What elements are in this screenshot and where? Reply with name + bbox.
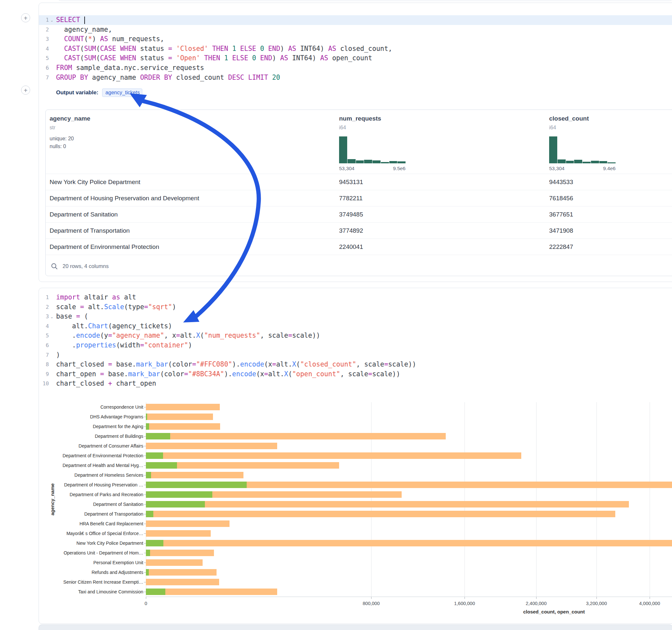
- histogram-bin: [364, 160, 372, 163]
- code-token: ): [188, 341, 192, 349]
- line-number: 1: [41, 293, 49, 302]
- add-cell-button-top[interactable]: +: [21, 13, 30, 22]
- chart-x-axis-line: [146, 597, 672, 597]
- code-text: alt.Chart(agency_tickets): [56, 322, 172, 330]
- cell-num-requests: 3774892: [339, 227, 549, 234]
- table-summary: 20 rows, 4 columns: [63, 263, 109, 269]
- y-axis-tick: [144, 436, 146, 437]
- code-token: [220, 54, 224, 62]
- chart-row: [146, 421, 672, 431]
- code-line[interactable]: 6 .properties(width="container"): [39, 341, 672, 350]
- code-token: INT64): [296, 45, 328, 52]
- code-token: (: [80, 45, 84, 52]
- code-token: (: [96, 54, 100, 62]
- code-line[interactable]: 10chart_closed + chart_open: [39, 379, 672, 389]
- y-axis-category-label: Operations Unit - Department of Hom…: [64, 548, 143, 558]
- code-token: num_requests,: [108, 35, 164, 43]
- code-token: END: [268, 45, 280, 52]
- add-cell-button-middle[interactable]: +: [21, 86, 30, 95]
- line-number: 8: [41, 360, 49, 369]
- code-token: ).: [224, 370, 232, 378]
- code-token: SUM: [84, 45, 96, 52]
- closed-count-bar: [146, 423, 220, 430]
- code-token: =: [144, 303, 148, 311]
- output-variable-chip[interactable]: agency_tickets: [102, 89, 142, 97]
- code-token: [200, 54, 204, 62]
- y-axis-tick: [144, 417, 146, 417]
- code-token: open_count: [328, 54, 372, 62]
- chart-row: [146, 451, 672, 461]
- y-axis-category-label: Mayorâ€ s Office of Special Enforce…: [67, 529, 143, 538]
- fold-caret-icon[interactable]: ⌄: [49, 312, 55, 322]
- x-axis-tick-label: 0: [145, 601, 147, 606]
- code-token: status: [136, 45, 168, 52]
- search-icon[interactable]: [51, 263, 58, 270]
- code-token: ORDER BY: [140, 74, 172, 81]
- code-line[interactable]: 3 COUNT(*) AS num_requests,: [39, 34, 672, 44]
- x-axis-tick: [597, 597, 597, 599]
- code-token: [116, 54, 120, 62]
- chart-row: [146, 548, 672, 558]
- y-axis-category-label: Department of Transportation: [84, 509, 143, 519]
- code-token: CASE: [100, 54, 116, 62]
- column-stat-unique: unique: 20: [50, 136, 74, 142]
- code-token: base.: [104, 370, 128, 378]
- code-line[interactable]: 9chart_open = base.mark_bar(color="#8BC3…: [39, 369, 672, 379]
- code-line[interactable]: 8chart_closed = base.mark_bar(color="#FF…: [39, 360, 672, 369]
- code-text: FROM sample_data.nyc.service_requests: [56, 64, 204, 72]
- python-editor[interactable]: 1import altair as alt2scale = alt.Scale(…: [39, 293, 672, 389]
- histogram-bin: [574, 160, 582, 163]
- code-token: agency_name: [88, 74, 140, 81]
- sql-editor[interactable]: 1⌄SELECT 2 agency_name,3 COUNT(*) AS num…: [39, 15, 672, 82]
- open-count-bar: [146, 462, 177, 468]
- code-line[interactable]: 5 CAST(SUM(CASE WHEN status = 'Open' THE…: [39, 53, 672, 63]
- code-token: FROM: [56, 64, 72, 72]
- table-row: Department of Sanitation37494853677651: [46, 207, 672, 223]
- y-axis-category-label: Senior Citizen Rent Increase Exempti…: [63, 577, 143, 587]
- closed-count-bar: [146, 472, 243, 478]
- chart-row: [146, 441, 672, 451]
- code-token: encode: [232, 370, 256, 378]
- x-axis-tick-label: 800,000: [363, 601, 380, 606]
- code-line[interactable]: 1import altair as alt: [39, 293, 672, 302]
- line-number: 10: [41, 379, 49, 389]
- code-line[interactable]: 2 agency_name,: [39, 25, 672, 35]
- code-line[interactable]: 2scale = alt.Scale(type="sqrt"): [39, 302, 672, 312]
- code-line[interactable]: 5 .encode(y="agency_name", x=alt.X("num_…: [39, 331, 672, 341]
- code-token: (: [80, 54, 84, 62]
- open-count-bar: [146, 453, 163, 459]
- next-cell-collapsed-edge[interactable]: [39, 625, 672, 630]
- chart-row: [146, 412, 672, 421]
- code-token: (y: [100, 332, 108, 339]
- code-token: =: [288, 332, 292, 339]
- results-table: agency_name str unique: 20 nulls: 0 num_…: [45, 110, 672, 276]
- cell-agency-name: Department of Environmental Protection: [50, 243, 339, 250]
- code-line[interactable]: 6FROM sample_data.nyc.service_requests: [39, 63, 672, 73]
- y-axis-category-label: Department of Consumer Affairs: [78, 441, 143, 451]
- bar-chart: agency_name closed_count, open_count 080…: [39, 402, 672, 616]
- x-axis-tick-label: 4,000,000: [639, 601, 660, 606]
- x-axis-tick: [536, 597, 536, 599]
- python-cell: 1import altair as alt2scale = alt.Scale(…: [39, 288, 672, 624]
- code-line[interactable]: 3⌄base = (: [39, 312, 672, 321]
- code-line[interactable]: 4 alt.Chart(agency_tickets): [39, 321, 672, 331]
- y-axis-tick: [144, 514, 146, 514]
- y-axis-tick: [144, 475, 146, 476]
- fold-caret-icon[interactable]: ⌄: [49, 16, 55, 25]
- code-line[interactable]: 7GROUP BY agency_name ORDER BY closed_co…: [39, 73, 672, 83]
- code-token: encode: [76, 332, 100, 339]
- code-token: (x: [256, 370, 264, 378]
- chart-row: [146, 577, 672, 587]
- cell-agency-name: Department of Transportation: [50, 227, 339, 234]
- code-line[interactable]: 1⌄SELECT: [39, 15, 672, 25]
- code-token: mark_bar: [136, 360, 168, 368]
- code-token: , scale: [340, 370, 368, 378]
- code-token: "sqrt": [148, 303, 172, 311]
- code-line[interactable]: 7): [39, 350, 672, 360]
- code-token: properties: [76, 341, 116, 349]
- code-line[interactable]: 4 CAST(SUM(CASE WHEN status = 'Closed' T…: [39, 44, 672, 54]
- code-token: 1: [232, 45, 236, 52]
- y-axis-tick: [144, 494, 146, 495]
- column-title-closed-count: closed_count: [549, 115, 589, 122]
- y-axis-tick: [144, 407, 146, 407]
